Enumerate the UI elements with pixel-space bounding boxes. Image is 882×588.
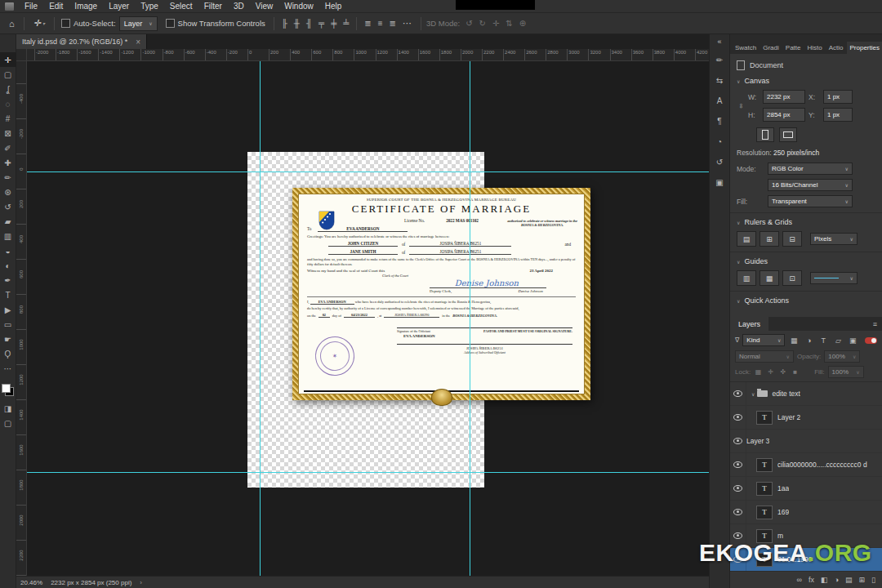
clear-guides-button[interactable]: ⊡	[782, 270, 802, 286]
toggle-snap-button[interactable]: ⊟	[782, 231, 802, 247]
canvas-width-input[interactable]: 2232 px	[763, 90, 805, 104]
guide-horizontal-bottom[interactable]	[27, 472, 709, 473]
opacity-input[interactable]: 100% ∨	[824, 350, 860, 363]
distribute-top-edges-icon[interactable]: ≣	[362, 19, 373, 28]
lock-transparency-icon[interactable]: ▦	[754, 368, 763, 376]
menu-edit[interactable]: Edit	[43, 2, 69, 11]
collapse-panels-icon[interactable]: «	[717, 38, 721, 46]
guide-horizontal-top[interactable]	[27, 172, 709, 172]
menu-view[interactable]: View	[250, 2, 279, 11]
toggle-grid-button[interactable]: ⊞	[760, 231, 779, 247]
clone-source-panel-icon[interactable]: ⇆	[712, 73, 727, 87]
type-tool[interactable]: T	[0, 287, 16, 302]
filter-kind-dropdown[interactable]: Kind ∨	[742, 334, 785, 346]
toggle-rulers-button[interactable]: ▤	[737, 231, 756, 247]
lock-all-icon[interactable]: ■	[791, 368, 800, 376]
menu-image[interactable]: Image	[69, 2, 103, 11]
guides-section-header[interactable]: ∨ Guides	[730, 252, 882, 269]
landscape-orientation-button[interactable]	[779, 127, 797, 142]
guide-vertical-right[interactable]	[470, 61, 470, 576]
distribute-vertical-centers-icon[interactable]: ≡	[376, 19, 385, 28]
add-mask-icon[interactable]: ◧	[821, 576, 828, 584]
align-vertical-centers-icon[interactable]: ╪	[328, 19, 339, 28]
rectangular-marquee-tool[interactable]: ▢	[0, 67, 16, 82]
auto-select-target-dropdown[interactable]: Layer ∨	[119, 16, 158, 31]
canvas-y-input[interactable]: 1 px	[823, 108, 853, 122]
layer-row[interactable]: T1aa	[730, 477, 882, 501]
filter-adjustment-layers-icon[interactable]: ◑	[803, 336, 814, 345]
link-layers-icon[interactable]: ∞	[797, 576, 802, 584]
panel-menu-icon[interactable]: ≡	[873, 317, 882, 331]
menu-help[interactable]: Help	[319, 2, 348, 11]
blend-mode-dropdown[interactable]: Normal ∨	[735, 350, 794, 363]
clone-stamp-tool[interactable]: ⊛	[0, 185, 16, 199]
layer-row[interactable]: Tcilia0000000.....ccccccccc0 d	[730, 453, 882, 477]
dodge-tool[interactable]: ◐	[0, 258, 16, 273]
menu-type[interactable]: Type	[135, 2, 164, 11]
fill-dropdown[interactable]: Transparent ∨	[768, 195, 853, 207]
screen-mode-icon[interactable]: ▢	[0, 416, 16, 430]
lasso-tool[interactable]: ʆ	[0, 82, 16, 96]
certificate-layer[interactable]: SUPERIOR COURT OF THE BOSNIA & HERZEGOVI…	[292, 188, 590, 400]
group-chevron-icon[interactable]: ∨	[751, 391, 755, 397]
frame-tool[interactable]: ⊠	[0, 126, 16, 140]
portrait-orientation-button[interactable]	[756, 127, 774, 142]
3d-scale-icon[interactable]: ⊕	[517, 19, 528, 28]
align-left-edges-icon[interactable]: ╟	[279, 19, 290, 28]
layers-tab[interactable]: Layers	[730, 317, 768, 331]
color-mode-dropdown[interactable]: RGB Color ∨	[768, 163, 853, 175]
quick-mask-mode-icon[interactable]: ◨	[0, 401, 16, 416]
delete-layer-icon[interactable]: ▯	[871, 576, 875, 584]
gradient-tool[interactable]: ▥	[0, 229, 16, 243]
panel-tab-properties[interactable]: Properties	[847, 42, 882, 54]
close-tab-icon[interactable]: ×	[136, 38, 140, 47]
panel-tab-patte[interactable]: Patte	[782, 42, 804, 54]
layer-row[interactable]: TLayer 2	[730, 406, 882, 430]
quick-actions-section-header[interactable]: ∨ Quick Actions	[730, 291, 882, 308]
canvas-section-header[interactable]: ∨ Canvas	[730, 72, 882, 88]
zoom-tool[interactable]: Ϙ	[0, 346, 16, 361]
filter-shape-layers-icon[interactable]: ▱	[832, 336, 844, 345]
history-brush-tool[interactable]: ↺	[0, 199, 16, 214]
filter-pixel-layers-icon[interactable]: ▦	[788, 336, 800, 345]
brush-tool[interactable]: ✏	[0, 170, 16, 185]
new-guide-layout-button[interactable]: ▥	[737, 270, 756, 286]
canvas-area[interactable]: SUPERIOR COURT OF THE BOSNIA & HERZEGOVI…	[27, 61, 709, 576]
lock-guides-button[interactable]: ▦	[760, 270, 779, 286]
lock-position-icon[interactable]: ✜	[778, 368, 787, 376]
visibility-toggle[interactable]	[730, 477, 746, 500]
spot-healing-brush-tool[interactable]: ✚	[0, 155, 16, 170]
canvas-height-input[interactable]: 2854 px	[763, 108, 805, 122]
visibility-toggle[interactable]	[730, 430, 746, 452]
menu-layer[interactable]: Layer	[103, 2, 135, 11]
visibility-toggle[interactable]	[730, 501, 746, 523]
history-panel-icon[interactable]: ↺	[712, 154, 727, 169]
panel-tab-gradi[interactable]: Gradi	[760, 42, 782, 54]
edit-toolbar-icon[interactable]: ⋯	[0, 361, 16, 376]
units-dropdown[interactable]: Pixels ∨	[810, 233, 858, 245]
menu-3d[interactable]: 3D	[228, 2, 250, 11]
new-group-icon[interactable]: ▤	[845, 576, 853, 584]
info-panel-icon[interactable]: ▣	[712, 175, 727, 189]
layer-filtering-toggle[interactable]	[865, 337, 877, 344]
document-tab[interactable]: Italy id.psd @ 20.7% (RGB/16) * ×	[16, 34, 147, 49]
horizontal-ruler[interactable]: -2000-1800-1600-1400-1200-1000-800-600-4…	[27, 49, 709, 61]
menu-filter[interactable]: Filter	[198, 2, 228, 11]
crop-tool[interactable]: #	[0, 111, 16, 126]
3d-drag-icon[interactable]: ✛	[490, 19, 501, 28]
menu-select[interactable]: Select	[164, 2, 198, 11]
menu-file[interactable]: File	[19, 2, 43, 11]
layer-row[interactable]: T169	[730, 501, 882, 524]
panel-tab-histo[interactable]: Histo	[804, 42, 825, 54]
vertical-ruler[interactable]: -400-20002004006008001000120014001600180…	[16, 61, 27, 576]
filter-smart-objects-icon[interactable]: ▣	[847, 336, 858, 345]
foreground-color-swatch[interactable]	[2, 384, 11, 393]
status-menu-icon[interactable]: ›	[140, 579, 142, 586]
align-right-edges-icon[interactable]: ╢	[304, 19, 314, 28]
bit-depth-dropdown[interactable]: 16 Bits/Channel ∨	[768, 179, 853, 191]
path-selection-tool[interactable]: ▶	[0, 302, 16, 317]
guide-style-dropdown[interactable]: ∨	[810, 272, 858, 284]
eyedropper-tool[interactable]: ✐	[0, 140, 16, 155]
canvas-x-input[interactable]: 1 px	[823, 90, 853, 104]
panel-tab-actio[interactable]: Actio	[826, 42, 847, 54]
